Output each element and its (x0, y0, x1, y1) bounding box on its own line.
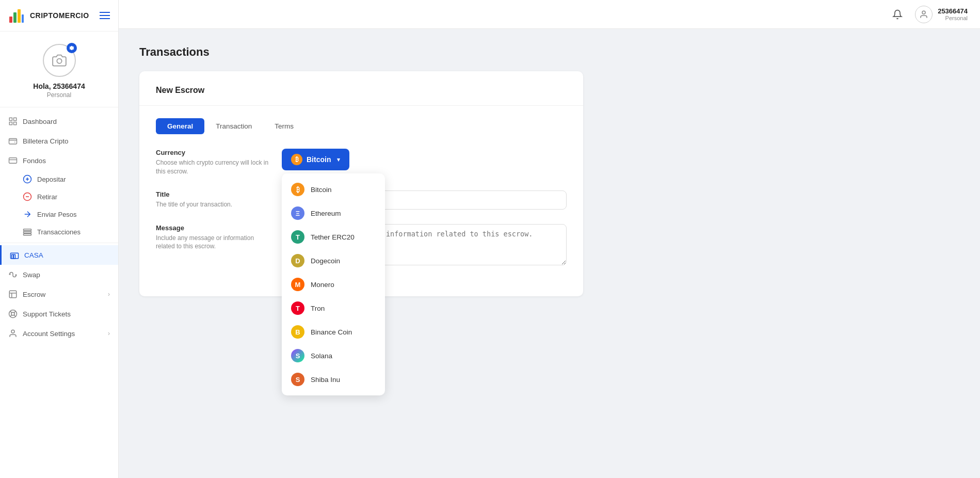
topbar-avatar (915, 6, 933, 23)
svg-rect-7 (9, 122, 12, 125)
sidebar-subitem-transacciones[interactable]: Transacciones (0, 223, 118, 241)
topbar: 25366474 Personal (119, 0, 980, 29)
sidebar-nav: Dashboard Billetera Cripto Fondos Deposi… (0, 107, 118, 478)
tab-general[interactable]: General (156, 118, 204, 134)
dropdown-item-sol[interactable]: S Solana (282, 344, 385, 368)
svg-rect-23 (9, 291, 17, 298)
usdt-label: Tether ERC20 (311, 233, 355, 241)
support-label: Support Tickets (23, 310, 71, 318)
chevron-down-icon: ▾ (337, 156, 340, 163)
svg-rect-2 (18, 9, 21, 23)
swap-label: Swap (23, 271, 40, 279)
swap-icon (8, 270, 18, 279)
transacciones-label: Transacciones (37, 228, 81, 236)
gear-badge[interactable] (67, 43, 77, 53)
currency-dropdown-wrapper: ₿ Bitcoin ▾ ₿ Bitcoin Ξ Ethereum (282, 149, 567, 170)
main-content: Transactions New Escrow General Transact… (119, 29, 980, 478)
tab-terms[interactable]: Terms (263, 118, 305, 134)
currency-label-group: Currency Choose which crypto currency wi… (156, 149, 269, 176)
sidebar-item-support[interactable]: Support Tickets (0, 304, 118, 324)
sidebar-item-swap[interactable]: Swap (0, 265, 118, 284)
topbar-user-info: 25366474 Personal (938, 7, 968, 21)
btc-icon: ₿ (291, 154, 302, 165)
svg-point-33 (922, 11, 925, 14)
account-chevron: › (108, 330, 110, 337)
sidebar-subitem-depositar[interactable]: Depositar (0, 170, 118, 188)
escrow-label: Escrow (23, 291, 45, 298)
topbar-user-id: 25366474 (938, 7, 968, 15)
dropdown-item-bnb[interactable]: B Binance Coin (282, 320, 385, 344)
bell-icon (892, 9, 903, 20)
logo-icon (8, 7, 25, 24)
casa-icon (10, 250, 19, 260)
dropdown-item-doge[interactable]: D Dogecoin (282, 249, 385, 273)
sidebar-item-billetera[interactable]: Billetera Cripto (0, 131, 118, 151)
currency-control: ₿ Bitcoin ▾ ₿ Bitcoin Ξ Ethereum (282, 149, 567, 170)
message-hint: Include any message or information relat… (156, 234, 269, 251)
svg-rect-18 (24, 231, 31, 233)
sol-label: Solana (311, 352, 332, 360)
page-title: Transactions (139, 45, 959, 59)
dropdown-item-btc[interactable]: ₿ Bitcoin (282, 178, 385, 201)
sidebar-item-escrow[interactable]: Escrow › (0, 284, 118, 304)
dropdown-item-usdt[interactable]: T Tether ERC20 (282, 225, 385, 249)
sidebar: CRIPTOMERCIO Hola, 25366474 Personal (0, 0, 119, 478)
sidebar-item-fondos[interactable]: Fondos (0, 151, 118, 170)
svg-rect-22 (14, 254, 15, 259)
card-title: New Escrow (156, 86, 567, 95)
sol-coin-icon: S (291, 349, 304, 362)
sidebar-profile: Hola, 25366474 Personal (0, 31, 118, 107)
notification-bell[interactable] (888, 5, 907, 24)
sidebar-item-casa[interactable]: CASA (0, 245, 118, 265)
svg-line-31 (10, 315, 12, 316)
account-label: Account Settings (23, 330, 75, 338)
eth-coin-icon: Ξ (291, 206, 304, 220)
svg-rect-9 (9, 139, 17, 145)
currency-label: Currency (156, 149, 269, 156)
support-icon (8, 309, 18, 318)
doge-coin-icon: D (291, 254, 304, 267)
sidebar-subitem-retirar[interactable]: Retirar (0, 188, 118, 205)
svg-rect-8 (14, 122, 17, 125)
bnb-label: Binance Coin (311, 328, 352, 336)
depositar-icon (23, 174, 32, 184)
svg-point-4 (57, 59, 61, 63)
dropdown-item-xmr[interactable]: M Monero (282, 273, 385, 296)
dropdown-item-shib[interactable]: S Shiba Inu (282, 368, 385, 391)
escrow-icon (8, 290, 18, 299)
title-label: Title (156, 190, 269, 198)
camera-icon (52, 53, 67, 68)
sidebar-subitem-enviar[interactable]: Enviar Pesos (0, 205, 118, 223)
topbar-user[interactable]: 25366474 Personal (915, 6, 968, 23)
title-label-group: Title The title of your transaction. (156, 190, 269, 209)
grid-icon (8, 117, 18, 126)
svg-rect-6 (14, 118, 17, 120)
user-icon (8, 329, 18, 338)
svg-rect-0 (9, 17, 12, 23)
eth-label: Ethereum (311, 210, 341, 217)
trx-coin-icon: T (291, 301, 304, 315)
tab-transaction[interactable]: Transaction (204, 118, 263, 134)
usdt-coin-icon: T (291, 230, 304, 244)
currency-button[interactable]: ₿ Bitcoin ▾ (282, 149, 349, 170)
message-label-group: Message Include any message or informati… (156, 224, 269, 251)
wallet-icon (8, 136, 18, 146)
retirar-label: Retirar (37, 193, 57, 201)
hamburger-menu[interactable] (100, 12, 110, 19)
svg-line-28 (10, 311, 12, 313)
dropdown-item-trx[interactable]: T Tron (282, 296, 385, 320)
svg-rect-10 (9, 158, 17, 164)
topbar-user-icon (919, 10, 928, 19)
sidebar-item-dashboard[interactable]: Dashboard (0, 111, 118, 131)
sidebar-item-account[interactable]: Account Settings › (0, 324, 118, 343)
avatar-wrapper (43, 44, 76, 77)
escrow-chevron: › (108, 291, 110, 298)
svg-rect-3 (22, 14, 24, 23)
new-escrow-card: New Escrow General Transaction Terms Cur… (139, 71, 583, 296)
casa-label: CASA (24, 251, 43, 259)
billetera-label: Billetera Cripto (23, 137, 69, 145)
currency-hint: Choose which crypto currency will lock i… (156, 158, 269, 176)
currency-row: Currency Choose which crypto currency wi… (156, 149, 567, 176)
title-hint: The title of your transaction. (156, 200, 269, 209)
dropdown-item-eth[interactable]: Ξ Ethereum (282, 201, 385, 225)
